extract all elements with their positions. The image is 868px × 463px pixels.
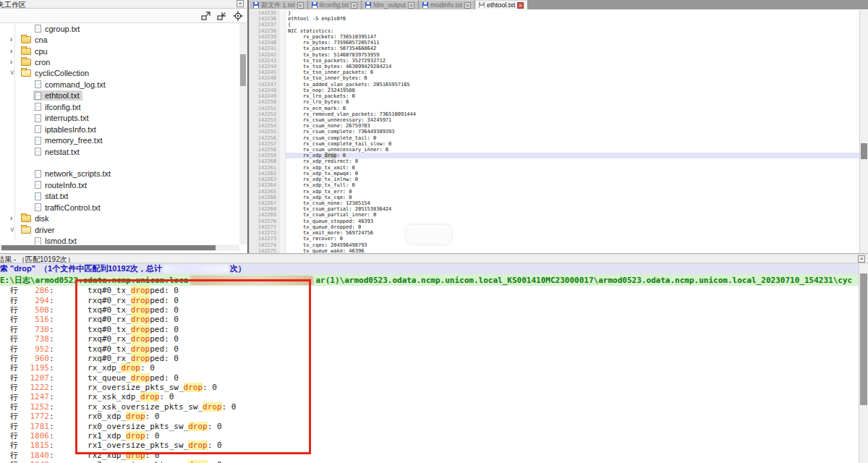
tree-item[interactable]: driver	[0, 224, 239, 235]
editor-line[interactable]: 142255 rx_csum_complete: 736449389393	[250, 129, 859, 135]
tree-item[interactable]: trafficControl.txt	[0, 202, 239, 213]
editor-line[interactable]: 142272 tx_xmit_more: 569724756	[250, 230, 859, 236]
result-file-path-line[interactable]: E:\日志\armod0523.odata.ncmp.unicom.loca a…	[0, 274, 868, 286]
editor-line[interactable]: 142270 tx_queue_stopped: 46393	[250, 218, 859, 224]
search-result-row[interactable]: 行 508 : txq#0_tx_dropped: 0	[0, 305, 859, 315]
editor-line[interactable]: 142263 rx_xdp_tx_inlnw: 0	[250, 177, 859, 182]
editor-line[interactable]: 142259 rx_xdp_drop: 0	[250, 153, 859, 158]
tree-item[interactable]: cpu	[0, 46, 239, 56]
editor-line[interactable]: 142250 rx_lro_bytes: 0	[250, 99, 859, 105]
search-result-row[interactable]: 行 960 : rxq#0_rx_dropped: 0	[0, 354, 859, 363]
tree-item[interactable]: command_log.txt	[0, 79, 239, 90]
tab-close-icon[interactable]	[351, 2, 357, 9]
editor-line[interactable]: 142267 tx_csum_none: 12385154	[250, 200, 859, 206]
tree-item[interactable]: lsmod.txt	[0, 235, 239, 245]
search-result-row[interactable]: 行 286 : txq#0_tx_dropped: 0	[0, 286, 859, 295]
editor-line[interactable]: 142253 rx_csum_unnecessary: 34245971	[250, 117, 859, 123]
tree-item[interactable]: iptablesInfo.txt	[0, 124, 239, 135]
editor-line[interactable]: 142269 tx_csum_partial_inner: 0	[250, 212, 859, 218]
editor-line[interactable]: 142275 tx_queue_wake: 46396	[250, 248, 859, 253]
editor-tab[interactable]: fdm_output	[362, 0, 419, 9]
workspace-vertical-scrollbar[interactable]	[239, 23, 247, 245]
editor-line[interactable]: 142274 tx_cqes: 204596498793	[250, 242, 859, 248]
tree-item[interactable]: cgroup.txt	[0, 23, 239, 34]
search-result-row[interactable]: 行 738 : rxq#0_rx_dropped: 0	[0, 334, 859, 344]
tree-item[interactable]: cron	[0, 56, 239, 67]
editor-line[interactable]: 142244 tx_tso_bytes: 463099429284214	[250, 64, 859, 69]
editor-line[interactable]: 142238 NIC statistics:	[250, 28, 859, 34]
editor-line[interactable]: 142261 rx_xdp_tx_xmit: 0	[250, 165, 859, 171]
editor-line[interactable]: 142252 rx_removed_vlan_packets: 73651009…	[250, 111, 859, 117]
search-result-row[interactable]: 行 1252 : rx_xsk_oversize_pkts_sw_drop: 0	[0, 402, 859, 412]
workspace-vertical-scrollbar-thumb[interactable]	[240, 54, 246, 86]
collapse-all-icon[interactable]	[216, 12, 227, 21]
search-result-row[interactable]: 行 952 : txq#0_tx_dropped: 0	[0, 344, 859, 353]
search-result-row[interactable]: 行 730 : txq#0_tx_dropped: 0	[0, 325, 859, 334]
editor-tab[interactable]: modinfo.txt	[419, 0, 475, 9]
tab-close-icon[interactable]	[464, 2, 471, 9]
editor-line[interactable]: 142262 rx_xdp_tx_mpwqe: 0	[250, 171, 859, 177]
tree-expander-icon[interactable]	[10, 59, 20, 66]
editor-line[interactable]: 142273 tx_recover: 0	[250, 236, 859, 242]
search-result-row[interactable]: 行 1207 : tx_queue_dropped: 0	[0, 373, 859, 383]
results-vertical-scrollbar[interactable]	[859, 263, 868, 463]
editor-line[interactable]: 142257 rx_csum_complete_tail_slow: 0	[250, 141, 859, 147]
editor-line[interactable]: 142247 tx_added_vlan_packets: 2051659571…	[250, 82, 859, 88]
tree-item[interactable]: stat.txt	[0, 191, 239, 202]
editor-line[interactable]: 142241 tx_packets: 507354668642	[250, 46, 859, 51]
editor-line[interactable]: 142260 rx_xdp_redirect: 0	[250, 158, 859, 164]
search-result-row[interactable]: 行 1815 : rx1_oversize_pkts_sw_drop: 0	[0, 441, 859, 450]
editor-line[interactable]: 142246 tx_tso_inner_bytes: 0	[250, 75, 859, 81]
tree-item[interactable]: memory_free.txt	[0, 135, 239, 145]
editor-line[interactable]: 142237 {	[250, 22, 859, 27]
tree-item[interactable]: interrupts.txt	[0, 113, 239, 124]
editor-line[interactable]: 142243 tx_tso_packets: 35272932712	[250, 58, 859, 64]
editor-line[interactable]: 142240 rx_bytes: 735960572057411	[250, 40, 859, 46]
tree-expander-icon[interactable]	[10, 226, 20, 234]
editor-line[interactable]: 142271 tx_queue_dropped: 0	[250, 224, 859, 230]
tab-close-icon[interactable]	[517, 2, 524, 9]
search-result-row[interactable]: 行 1195 : rx_xdp_drop: 0	[0, 363, 859, 373]
find-results-close-button[interactable]	[858, 255, 865, 263]
editor-line[interactable]: 142256 rx_csum_complete_tail: 0	[250, 135, 859, 141]
editor-line[interactable]: 142268 tx_csum_partial: 205153836424	[250, 206, 859, 212]
locate-current-file-icon[interactable]	[232, 12, 243, 21]
search-result-row[interactable]: 行 1781 : rx0_oversize_pkts_sw_drop: 0	[0, 421, 859, 430]
editor-line[interactable]: 142251 rx_ecn_mark: 0	[250, 106, 859, 111]
search-result-row[interactable]: 行 1772 : rx0_xdp_drop: 0	[0, 412, 859, 421]
editor-tab[interactable]: 新文件 1.txt	[250, 0, 308, 9]
editor-line[interactable]: 142266 rx_xdp_tx_cqe: 0	[250, 195, 859, 200]
results-vertical-scrollbar-thumb[interactable]	[860, 273, 867, 405]
expand-all-icon[interactable]	[200, 12, 211, 21]
search-result-row[interactable]: 行 516 : rxq#0_rx_dropped: 0	[0, 315, 859, 324]
editor-content[interactable]: 142235 } 142236 ethtool -S enp1s0f0 1422…	[250, 10, 859, 253]
editor-vertical-scrollbar-thumb[interactable]	[861, 143, 867, 159]
tree-expander-icon[interactable]	[10, 48, 20, 55]
editor-line[interactable]: 142235 }	[250, 10, 859, 16]
search-result-row[interactable]: 行 1247 : rx_xsk_xdp_drop: 0	[0, 392, 859, 402]
editor-line[interactable]: 142248 tx_nop: 232419588	[250, 88, 859, 93]
editor-line[interactable]: 142258 rx_csum_unnecessary_inner: 0	[250, 147, 859, 153]
search-result-row[interactable]: 行 1840 : rx2_xdp_drop: 0	[0, 451, 859, 460]
editor-line[interactable]: 142239 rx_packets: 736510395147	[250, 34, 859, 40]
editor-line[interactable]: 142265 rx_xdp_tx_err: 0	[250, 189, 859, 195]
tree-item[interactable]: netstat.txt	[0, 146, 239, 157]
tree-item[interactable]: ifconfig.txt	[0, 101, 239, 112]
tree-item[interactable]: ethtool.txt	[0, 90, 239, 101]
search-result-row[interactable]: 行 1849 : rx2_oversize_pkts_sw_drop: 0	[0, 460, 859, 463]
search-summary-line[interactable]: 索 "drop" （1个文件中匹配到10192次，总计 次）	[0, 263, 868, 274]
editor-line[interactable]: 142264 rx_xdp_tx_full: 0	[250, 182, 859, 188]
editor-vertical-scrollbar[interactable]	[859, 10, 868, 253]
workspace-horizontal-scrollbar[interactable]	[0, 245, 239, 251]
tree-item[interactable]: network_scripts.txt	[0, 169, 239, 179]
tree-expander-icon[interactable]	[10, 69, 20, 77]
editor-line[interactable]: 142242 tx_bytes: 514607839753959	[250, 52, 859, 58]
search-result-row[interactable]: 行 1222 : rx_oversize_pkts_sw_drop: 0	[0, 383, 859, 392]
editor-tab[interactable]: ethtool.txt	[475, 0, 528, 9]
editor-line[interactable]: 142245 tx_tso_inner_packets: 0	[250, 69, 859, 75]
tree-expander-icon[interactable]	[10, 215, 20, 222]
tree-item[interactable]: routeInfo.txt	[0, 179, 239, 190]
search-result-row[interactable]: 行 1806 : rx1_xdp_drop: 0	[0, 431, 859, 441]
tree-item[interactable]: cna	[0, 34, 239, 45]
tree-item[interactable]: disk	[0, 213, 239, 224]
